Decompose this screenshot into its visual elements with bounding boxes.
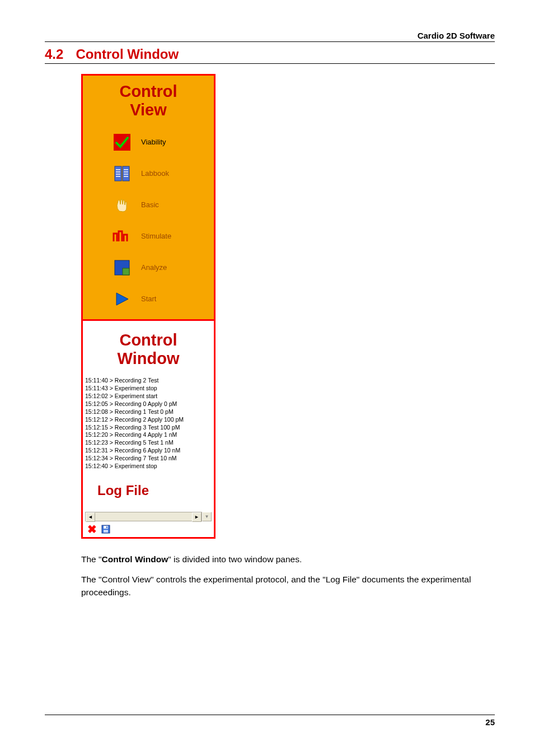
- scroll-right-button[interactable]: ►: [192, 512, 202, 522]
- basic-label: Basic: [141, 200, 159, 209]
- left-arrow-icon: ◄: [88, 514, 93, 520]
- viability-button[interactable]: Viability: [83, 127, 214, 158]
- svg-rect-1: [115, 166, 121, 181]
- play-icon: [112, 289, 132, 309]
- check-icon: [112, 132, 132, 152]
- log-lines-container: 15:11:40 > Recording 2 Test 15:11:43 > E…: [85, 377, 212, 470]
- labbook-label: Labbook: [141, 169, 169, 178]
- paragraph-2: The "Control View" controls the experime…: [81, 573, 495, 599]
- horizontal-scrollbar[interactable]: ◄ ► ▼: [85, 512, 212, 521]
- log-line: 15:11:40 > Recording 2 Test: [85, 377, 212, 385]
- basic-button[interactable]: Basic: [83, 189, 214, 221]
- header-right-text: Cardio 2D Software: [418, 31, 495, 40]
- log-line: 15:12:02 > Experiment start: [85, 393, 212, 400]
- svg-rect-16: [106, 526, 107, 528]
- control-window-label-area: Control Window: [83, 319, 214, 376]
- scroll-track[interactable]: [95, 512, 192, 521]
- labbook-icon: [112, 164, 132, 184]
- control-view-items: Viability: [83, 124, 214, 319]
- scroll-down-button[interactable]: ▼: [202, 512, 212, 521]
- control-window-title: Control Window: [83, 330, 214, 370]
- log-line: 15:12:05 > Recording 0 Apply 0 pM: [85, 400, 212, 408]
- svg-rect-12: [123, 268, 129, 275]
- labbook-button[interactable]: Labbook: [83, 158, 214, 189]
- page-number: 25: [485, 717, 495, 727]
- p1-bold: Control Window: [102, 554, 168, 564]
- scroll-left-button[interactable]: ◄: [86, 512, 95, 522]
- control-view-title: Control View: [119, 82, 177, 120]
- start-button[interactable]: Start: [83, 283, 214, 315]
- analyze-label: Analyze: [141, 263, 167, 272]
- control-window-figure: Control View Viability: [81, 74, 216, 539]
- log-line: 15:12:40 > Experiment stop: [85, 463, 212, 470]
- analyze-icon: [112, 258, 132, 278]
- p1-post: " is divided into two window panes.: [168, 554, 302, 564]
- log-line: 15:12:31 > Recording 6 Apply 10 nM: [85, 447, 212, 455]
- stimulate-button[interactable]: Stimulate: [83, 221, 214, 252]
- log-line: 15:12:23 > Recording 5 Test 1 nM: [85, 439, 212, 447]
- log-area: 15:11:40 > Recording 2 Test 15:11:43 > E…: [83, 376, 214, 536]
- cw-title-line2: Window: [118, 349, 180, 367]
- right-arrow-icon: ►: [194, 514, 199, 520]
- paragraph-1: The "Control Window" is divided into two…: [81, 553, 495, 566]
- log-line: 15:12:12 > Recording 2 Apply 100 pM: [85, 416, 212, 424]
- log-line: 15:12:34 > Recording 7 Test 10 nM: [85, 455, 212, 463]
- section-title: Control Window: [76, 46, 179, 62]
- section-number: 4.2: [45, 46, 63, 62]
- down-arrow-icon: ▼: [205, 514, 209, 519]
- analyze-button[interactable]: Analyze: [83, 252, 214, 283]
- section-heading: 4.2 Control Window: [45, 46, 495, 64]
- figure-wrapper: Control View Viability: [81, 74, 495, 539]
- page-header: Cardio 2D Software: [45, 31, 495, 42]
- p1-pre: The ": [81, 554, 102, 564]
- log-line: 15:12:20 > Recording 4 Apply 1 nM: [85, 431, 212, 439]
- log-file-title: Log File: [97, 483, 212, 498]
- viability-label: Viability: [141, 138, 166, 146]
- cv-title-line2: View: [130, 101, 167, 119]
- cw-title-line1: Control: [119, 331, 177, 349]
- log-line: 15:12:08 > Recording 1 Test 0 pM: [85, 408, 212, 416]
- stimulate-icon: [112, 226, 132, 246]
- page-footer: 25: [45, 715, 495, 727]
- log-line: 15:11:43 > Experiment stop: [85, 385, 212, 393]
- close-icon[interactable]: ✖: [87, 524, 97, 535]
- save-icon[interactable]: [101, 525, 110, 534]
- stimulate-label: Stimulate: [141, 232, 171, 240]
- svg-rect-2: [123, 166, 129, 181]
- start-label: Start: [141, 295, 156, 303]
- svg-rect-15: [104, 530, 108, 533]
- log-line: 15:12:15 > Recording 3 Test 100 pM: [85, 424, 212, 432]
- cv-title-line1: Control: [119, 82, 177, 100]
- hand-icon: [112, 195, 132, 215]
- log-toolbar: ✖: [85, 521, 212, 537]
